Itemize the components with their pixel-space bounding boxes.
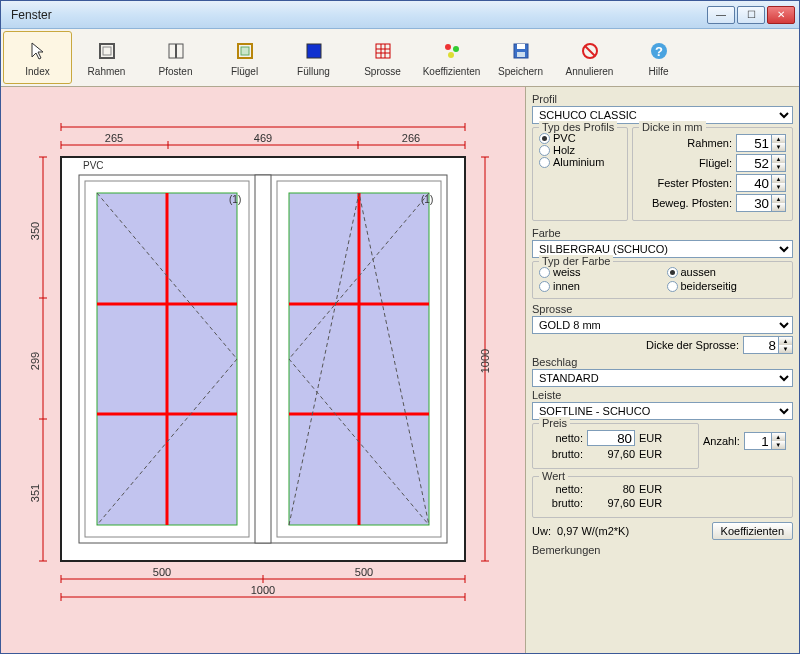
svg-text:299: 299 <box>29 352 41 370</box>
svg-text:351: 351 <box>29 484 41 502</box>
svg-rect-16 <box>517 44 525 49</box>
leiste-select[interactable]: SOFTLINE - SCHUCO <box>532 402 793 420</box>
wert-netto: 80 <box>587 483 635 495</box>
fluegel-spin[interactable]: ▲▼ <box>736 154 786 172</box>
radio-aluminium[interactable]: Aluminium <box>539 156 621 168</box>
svg-point-14 <box>448 52 454 58</box>
netto-input[interactable] <box>587 430 635 446</box>
tool-koeffizienten[interactable]: Koeffizienten <box>417 31 486 84</box>
fill-icon <box>302 39 326 63</box>
svg-rect-17 <box>517 52 525 57</box>
svg-text:266: 266 <box>402 132 420 144</box>
maximize-button[interactable]: ☐ <box>737 6 765 24</box>
drawing-canvas[interactable]: 265 469 266 PVC (1) (1) <box>1 87 525 653</box>
svg-rect-36 <box>255 175 271 543</box>
tool-hilfe[interactable]: ? Hilfe <box>624 31 693 84</box>
koeffizienten-button[interactable]: Koeffizienten <box>712 522 793 540</box>
tool-sprosse[interactable]: Sprosse <box>348 31 417 84</box>
tool-fluegel[interactable]: Flügel <box>210 31 279 84</box>
tool-annulieren[interactable]: Annulieren <box>555 31 624 84</box>
window-title: Fenster <box>5 8 707 22</box>
leiste-label: Leiste <box>532 389 793 401</box>
anzahl-spin[interactable]: ▲▼ <box>744 432 786 450</box>
sprosse-label: Sprosse <box>532 303 793 315</box>
svg-point-13 <box>453 46 459 52</box>
svg-rect-5 <box>241 47 249 55</box>
tool-pfosten[interactable]: Pfosten <box>141 31 210 84</box>
svg-rect-1 <box>103 47 111 55</box>
titlebar[interactable]: Fenster — ☐ ✕ <box>1 1 799 29</box>
cursor-icon <box>26 39 50 63</box>
radio-innen[interactable]: innen <box>539 280 659 292</box>
bemerkungen-label: Bemerkungen <box>532 544 793 556</box>
minimize-button[interactable]: — <box>707 6 735 24</box>
save-icon <box>509 39 533 63</box>
farbe-label: Farbe <box>532 227 793 239</box>
wert-legend: Wert <box>539 470 568 482</box>
svg-text:500: 500 <box>153 566 171 578</box>
properties-panel: Profil SCHUCO CLASSIC Typ des Profils PV… <box>525 87 799 653</box>
svg-text:265: 265 <box>105 132 123 144</box>
beschlag-select[interactable]: STANDARD <box>532 369 793 387</box>
svg-rect-0 <box>100 44 114 58</box>
farbe-type-legend: Typ der Farbe <box>539 255 613 267</box>
svg-text:PVC: PVC <box>83 160 104 171</box>
sash-icon <box>233 39 257 63</box>
fester-spin[interactable]: ▲▼ <box>736 174 786 192</box>
help-icon: ? <box>647 39 671 63</box>
profile-label: Profil <box>532 93 793 105</box>
close-button[interactable]: ✕ <box>767 6 795 24</box>
app-window: Fenster — ☐ ✕ Index Rahmen Pfosten Flüge… <box>0 0 800 654</box>
radio-beiderseitig[interactable]: beiderseitig <box>667 280 787 292</box>
radio-weiss[interactable]: weiss <box>539 266 659 278</box>
brutto-value: 97,60 <box>587 448 635 460</box>
profile-type-legend: Typ des Profils <box>539 121 617 133</box>
uw-value: 0,97 W/(m2*K) <box>557 525 706 537</box>
svg-text:500: 500 <box>355 566 373 578</box>
svg-point-12 <box>445 44 451 50</box>
svg-text:?: ? <box>655 44 663 59</box>
svg-text:(1): (1) <box>229 194 241 205</box>
tool-index[interactable]: Index <box>3 31 72 84</box>
beschlag-label: Beschlag <box>532 356 793 368</box>
svg-text:1000: 1000 <box>251 584 275 596</box>
preis-legend: Preis <box>539 417 570 429</box>
rahmen-spin[interactable]: ▲▼ <box>736 134 786 152</box>
coefficients-icon <box>440 39 464 63</box>
window-drawing: 265 469 266 PVC (1) (1) <box>1 87 525 653</box>
svg-text:1000: 1000 <box>479 349 491 373</box>
mullion-icon <box>164 39 188 63</box>
radio-aussen[interactable]: aussen <box>667 266 787 278</box>
svg-text:469: 469 <box>254 132 272 144</box>
grid-icon <box>371 39 395 63</box>
thickness-legend: Dicke in mm <box>639 121 706 133</box>
beweg-spin[interactable]: ▲▼ <box>736 194 786 212</box>
radio-pvc[interactable]: PVC <box>539 132 621 144</box>
radio-holz[interactable]: Holz <box>539 144 621 156</box>
svg-rect-7 <box>376 44 390 58</box>
tool-speichern[interactable]: Speichern <box>486 31 555 84</box>
svg-line-19 <box>585 46 595 56</box>
cancel-icon <box>578 39 602 63</box>
svg-text:350: 350 <box>29 222 41 240</box>
sprosse-thick-spin[interactable]: ▲▼ <box>743 336 793 354</box>
tool-rahmen[interactable]: Rahmen <box>72 31 141 84</box>
toolbar: Index Rahmen Pfosten Flügel Füllung Spro… <box>1 29 799 87</box>
wert-brutto: 97,60 <box>587 497 635 509</box>
svg-rect-6 <box>307 44 321 58</box>
frame-icon <box>95 39 119 63</box>
tool-fuellung[interactable]: Füllung <box>279 31 348 84</box>
sprosse-select[interactable]: GOLD 8 mm <box>532 316 793 334</box>
